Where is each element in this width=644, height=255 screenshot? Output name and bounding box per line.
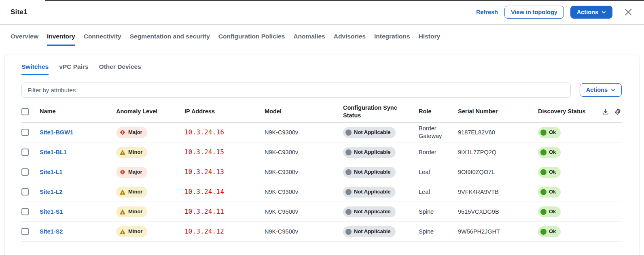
anomaly-badge: ! ! Minor bbox=[116, 226, 147, 237]
view-in-topology-label: View in topology bbox=[511, 9, 557, 15]
row-checkbox[interactable] bbox=[21, 129, 29, 136]
tab-connectivity[interactable]: Connectivity bbox=[84, 33, 121, 46]
minor-triangle-icon: ! bbox=[119, 228, 126, 235]
switch-name-link[interactable]: Site1-S1 bbox=[40, 208, 63, 216]
page-header: Site1 Refresh View in topology Actions bbox=[0, 0, 644, 25]
close-icon[interactable] bbox=[623, 7, 633, 17]
column-header-name[interactable]: Name bbox=[40, 108, 116, 115]
gray-dot-icon bbox=[345, 130, 352, 136]
subtab-other-devices[interactable]: Other Devices bbox=[99, 63, 141, 75]
gray-dot-icon bbox=[345, 189, 352, 195]
clipped-top-edge bbox=[45, 0, 644, 1]
role: Border bbox=[419, 149, 458, 156]
inventory-subtabs: Switches vPC Pairs Other Devices bbox=[21, 63, 622, 75]
row-checkbox[interactable] bbox=[21, 168, 29, 176]
column-header-model[interactable]: Model bbox=[265, 108, 343, 115]
green-dot-icon bbox=[540, 149, 547, 155]
filter-input[interactable] bbox=[21, 83, 571, 98]
config-sync-status-label: Not Applicable bbox=[354, 149, 391, 156]
green-dot-icon bbox=[540, 130, 547, 136]
discovery-status-badge: Ok bbox=[538, 226, 561, 237]
green-dot-icon bbox=[540, 169, 547, 175]
table-actions-button[interactable]: Actions bbox=[580, 83, 622, 97]
ip-address: 10.3.24.14 bbox=[184, 188, 224, 196]
config-sync-status-badge: Not Applicable bbox=[343, 206, 396, 217]
config-sync-status-badge: Not Applicable bbox=[343, 187, 396, 198]
tab-integrations[interactable]: Integrations bbox=[374, 33, 410, 46]
model: N9K-C9500v bbox=[265, 228, 343, 236]
anomaly-level-label: Minor bbox=[128, 149, 142, 156]
role: Spine bbox=[419, 208, 458, 216]
header-actions-button[interactable]: Actions bbox=[570, 6, 612, 19]
major-diamond-icon: ! bbox=[119, 169, 126, 175]
download-icon[interactable] bbox=[602, 108, 610, 116]
config-sync-status-label: Not Applicable bbox=[354, 189, 391, 196]
tab-inventory[interactable]: Inventory bbox=[47, 33, 75, 46]
select-all-checkbox[interactable] bbox=[21, 108, 29, 115]
column-header-serial-number[interactable]: Serial Number bbox=[458, 108, 538, 115]
model: N9K-C9300v bbox=[265, 129, 343, 136]
config-sync-status-label: Not Applicable bbox=[354, 208, 391, 215]
svg-text:!: ! bbox=[122, 191, 123, 195]
discovery-status-label: Ok bbox=[549, 129, 556, 136]
svg-text:!: ! bbox=[122, 130, 123, 134]
row-checkbox[interactable] bbox=[21, 149, 29, 156]
switch-name-link[interactable]: Site1-L2 bbox=[40, 188, 62, 196]
anomaly-badge: ! ! Minor bbox=[116, 187, 147, 198]
switch-name-link[interactable]: Site1-S2 bbox=[40, 228, 63, 236]
tab-segmentation-and-security[interactable]: Segmentation and security bbox=[130, 33, 210, 46]
switches-table: Name Anomaly Level IP Address Model Conf… bbox=[21, 101, 622, 242]
gray-dot-icon bbox=[345, 209, 352, 215]
anomaly-level-label: Major bbox=[128, 169, 142, 176]
header-actions-label: Actions bbox=[577, 9, 598, 15]
chevron-down-icon bbox=[602, 10, 606, 15]
serial-number: 9OI9I0ZQO7L bbox=[458, 168, 538, 176]
gear-icon[interactable] bbox=[614, 108, 622, 116]
discovery-status-label: Ok bbox=[549, 208, 556, 215]
serial-number: 9W56PH2JGHT bbox=[458, 228, 538, 236]
anomaly-badge: ! ! Minor bbox=[116, 206, 147, 217]
tab-anomalies[interactable]: Anomalies bbox=[293, 33, 325, 46]
config-sync-status-label: Not Applicable bbox=[354, 169, 391, 176]
discovery-status-label: Ok bbox=[549, 149, 556, 156]
gray-dot-icon bbox=[345, 149, 352, 155]
config-sync-status-label: Not Applicable bbox=[354, 228, 391, 235]
column-header-discovery-status[interactable]: Discovery Status bbox=[538, 108, 592, 115]
view-in-topology-button[interactable]: View in topology bbox=[504, 6, 564, 19]
subtab-switches[interactable]: Switches bbox=[21, 63, 49, 75]
row-checkbox[interactable] bbox=[21, 208, 29, 215]
svg-text:!: ! bbox=[122, 231, 123, 234]
switch-name-link[interactable]: Site1-L1 bbox=[40, 168, 62, 176]
role: Border Gateway bbox=[419, 125, 458, 140]
discovery-status-label: Ok bbox=[549, 228, 556, 235]
serial-number: 9187EL82V60 bbox=[458, 129, 538, 136]
row-checkbox[interactable] bbox=[21, 228, 29, 235]
tab-overview[interactable]: Overview bbox=[11, 33, 38, 46]
tab-history[interactable]: History bbox=[419, 33, 440, 46]
tab-advisories[interactable]: Advisories bbox=[334, 33, 366, 46]
anomaly-badge: ! ! Major bbox=[116, 167, 147, 178]
config-sync-status-label: Not Applicable bbox=[354, 129, 391, 136]
switch-name-link[interactable]: Site1-BL1 bbox=[40, 149, 67, 156]
row-checkbox[interactable] bbox=[21, 188, 29, 196]
column-header-anomaly-level[interactable]: Anomaly Level bbox=[116, 108, 184, 115]
main-tabs: Overview Inventory Connectivity Segmenta… bbox=[0, 25, 644, 46]
table-row: Site1-S2 ! ! Minor 10.3.24.12 N9K-C9500v… bbox=[21, 222, 622, 242]
refresh-button[interactable]: Refresh bbox=[476, 9, 498, 15]
tab-configuration-policies[interactable]: Configuration Policies bbox=[218, 33, 285, 46]
switch-name-link[interactable]: Site1-BGW1 bbox=[40, 129, 73, 136]
model: N9K-C9500v bbox=[265, 208, 343, 216]
model: N9K-C9300v bbox=[265, 168, 343, 176]
serial-number: 9IX1L7ZPQ2Q bbox=[458, 149, 538, 156]
green-dot-icon bbox=[540, 189, 547, 195]
column-header-config-sync-status[interactable]: Configuration Sync Status bbox=[343, 104, 419, 119]
svg-text:!: ! bbox=[122, 170, 123, 174]
column-header-role[interactable]: Role bbox=[419, 108, 458, 115]
discovery-status-badge: Ok bbox=[538, 206, 561, 217]
column-header-ip-address[interactable]: IP Address bbox=[184, 108, 265, 115]
ip-address: 10.3.24.16 bbox=[184, 128, 224, 136]
table-row: Site1-L1 ! ! Major 10.3.24.13 N9K-C9300v… bbox=[21, 162, 622, 182]
discovery-status-badge: Ok bbox=[538, 147, 561, 158]
gray-dot-icon bbox=[345, 229, 352, 235]
subtab-vpc-pairs[interactable]: vPC Pairs bbox=[59, 63, 88, 75]
